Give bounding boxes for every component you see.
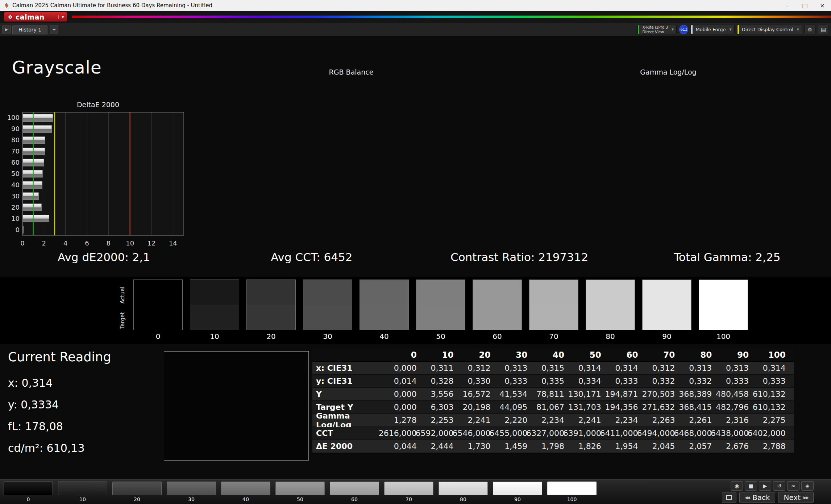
level-button-40[interactable] bbox=[221, 482, 270, 495]
current-reading-panel: Current Reading x: 0,314y: 0,3334fL: 178… bbox=[8, 350, 111, 463]
grayscale-patch: 70 bbox=[529, 280, 578, 341]
table-cell: 0,312 bbox=[462, 362, 499, 375]
meter-dropdown[interactable]: X-Rite i1Pro 3 Direct View ▼ bbox=[637, 25, 677, 34]
table-header-cell: 30 bbox=[498, 348, 535, 362]
level-button-70[interactable] bbox=[384, 482, 433, 495]
patch-level-label: 40 bbox=[360, 332, 409, 341]
display-control-dropdown[interactable]: Direct Display Control ▼ bbox=[737, 25, 802, 34]
history-nav-button[interactable]: ▶ bbox=[2, 25, 11, 34]
deltae-chart-title: DeltaE 2000 bbox=[7, 101, 190, 110]
back-button[interactable]: ◀◀ Back bbox=[739, 492, 775, 503]
level-button-cell: 60 bbox=[330, 482, 379, 502]
grayscale-patch: 40 bbox=[360, 280, 409, 341]
actual-patch bbox=[699, 280, 748, 305]
summary-stat: Avg dE2000: 2,1 bbox=[0, 251, 208, 264]
level-button-0[interactable] bbox=[4, 482, 53, 495]
actual-patch bbox=[134, 280, 182, 305]
patch-square bbox=[190, 280, 239, 330]
table-cell: 2,057 bbox=[683, 440, 720, 453]
actual-patch bbox=[529, 280, 578, 305]
gamma-chart-title: Gamma Log/Log bbox=[515, 68, 822, 77]
level-button-90[interactable] bbox=[493, 482, 542, 495]
table-cell: 3,556 bbox=[425, 388, 462, 401]
grayscale-patch: 30 bbox=[303, 280, 352, 341]
table-cell: 0,311 bbox=[425, 362, 462, 375]
source-dropdown[interactable]: Mobile Forge ▼ bbox=[691, 25, 734, 34]
calman-diamond-icon bbox=[7, 14, 13, 20]
svg-text:50: 50 bbox=[11, 170, 20, 177]
table-row-label: Gamma Log/Log bbox=[312, 414, 388, 427]
level-button-cell: 0 bbox=[4, 482, 53, 502]
pattern-level-buttons: 0102030405060708090100 bbox=[4, 482, 597, 502]
table-cell: 0,313 bbox=[683, 362, 720, 375]
page-title: Grayscale bbox=[12, 57, 101, 77]
table-cell: 0,000 bbox=[388, 388, 425, 401]
level-button-label: 60 bbox=[330, 496, 379, 502]
svg-text:100: 100 bbox=[7, 114, 20, 121]
table-cell: 20,198 bbox=[462, 401, 499, 414]
calman-app-window: Calman 2025 Calman Ultimate for Business… bbox=[0, 0, 831, 504]
play-icon[interactable]: ▶ bbox=[759, 481, 771, 491]
table-header-cell: 50 bbox=[572, 348, 609, 362]
back-button-label: Back bbox=[752, 493, 770, 502]
rgb-balance-line-chart bbox=[198, 77, 505, 250]
patch-square bbox=[246, 280, 296, 330]
close-button[interactable]: × bbox=[814, 0, 831, 11]
minimize-button[interactable]: – bbox=[779, 0, 796, 11]
table-row-label: Y bbox=[312, 388, 388, 401]
level-button-20[interactable] bbox=[112, 482, 162, 495]
continuous-icon[interactable]: ∞ bbox=[787, 481, 799, 491]
target-patch bbox=[699, 305, 748, 330]
footer-controls: ◉■▶↺∞◈ ◀◀ Back Next ▶▶ bbox=[722, 481, 814, 503]
table-row-label: CCT bbox=[312, 427, 388, 440]
pattern-icon[interactable]: ◈ bbox=[801, 481, 814, 491]
level-button-cell: 10 bbox=[58, 482, 107, 502]
level-button-100[interactable] bbox=[547, 482, 597, 495]
pattern-window-button[interactable] bbox=[722, 492, 736, 503]
add-tab-button[interactable]: + bbox=[50, 25, 58, 34]
actual-patch bbox=[303, 280, 352, 305]
svg-text:30: 30 bbox=[11, 192, 20, 200]
level-button-label: 50 bbox=[275, 496, 325, 502]
settings-gear-button[interactable]: ⚙ bbox=[805, 25, 815, 34]
grayscale-patch-strip: Actual Target 0102030405060708090100 bbox=[0, 277, 831, 344]
level-button-cell: 50 bbox=[275, 482, 325, 502]
window-title: Calman 2025 Calman Ultimate for Business… bbox=[12, 2, 212, 9]
maximize-button[interactable]: □ bbox=[796, 0, 814, 11]
next-button[interactable]: Next ▶▶ bbox=[778, 492, 814, 503]
level-button-50[interactable] bbox=[275, 482, 325, 495]
stop-icon[interactable]: ■ bbox=[745, 481, 757, 491]
level-button-60[interactable] bbox=[330, 482, 379, 495]
table-header-cell: 10 bbox=[425, 348, 462, 362]
patch-square bbox=[529, 280, 578, 330]
svg-text:2: 2 bbox=[42, 239, 46, 247]
next-button-label: Next bbox=[784, 493, 801, 502]
deltae-chart-panel: DeltaE 2000 0246810121410090807060504030… bbox=[7, 101, 190, 250]
rotate-icon[interactable]: ↺ bbox=[773, 481, 785, 491]
pattern-window-icon bbox=[726, 495, 732, 500]
patch-level-label: 10 bbox=[190, 332, 239, 341]
table-cell: 2,220 bbox=[498, 414, 535, 427]
patch-square bbox=[416, 280, 465, 330]
table-cell: 2,275 bbox=[757, 414, 794, 427]
level-button-10[interactable] bbox=[58, 482, 107, 495]
level-button-cell: 70 bbox=[384, 482, 433, 502]
target-patch bbox=[134, 305, 182, 330]
probe-icon[interactable]: ◉ bbox=[731, 481, 743, 491]
calman-logo-menu[interactable]: calman ▼ bbox=[4, 12, 67, 22]
patch-level-label: 90 bbox=[642, 332, 691, 341]
table-cell: 2,261 bbox=[683, 414, 720, 427]
grayscale-patch: 0 bbox=[133, 280, 183, 341]
table-header-cell: 20 bbox=[462, 348, 499, 362]
bottom-toolbar: 0102030405060708090100 ◉■▶↺∞◈ ◀◀ Back Ne… bbox=[0, 479, 831, 504]
table-cell: 610,132 bbox=[757, 401, 794, 414]
table-header-cell: 100 bbox=[757, 348, 794, 362]
tab-history-1[interactable]: History 1 bbox=[12, 25, 47, 34]
cie-chromaticity-chart bbox=[164, 352, 308, 460]
panel-toggle-button[interactable]: ▤ bbox=[818, 25, 829, 34]
table-cell: 0,314 bbox=[757, 362, 794, 375]
level-button-30[interactable] bbox=[167, 482, 216, 495]
level-button-80[interactable] bbox=[439, 482, 488, 495]
svg-text:40: 40 bbox=[11, 181, 20, 189]
meter-mode: Direct View bbox=[642, 30, 668, 34]
